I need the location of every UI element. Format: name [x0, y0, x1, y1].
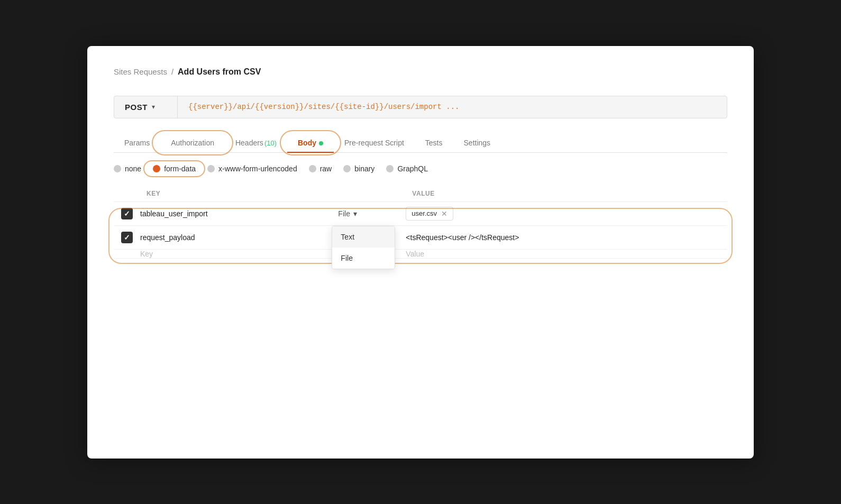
col-value-header: VALUE: [406, 186, 727, 202]
method-label: POST: [125, 103, 148, 112]
body-type-none[interactable]: none: [114, 164, 141, 173]
form-table-wrapper: KEY VALUE ✓ tableau_user_import: [114, 186, 727, 259]
breadcrumb: Sites Requests / Add Users from CSV: [114, 67, 727, 77]
body-status-dot: [319, 141, 323, 145]
col-key-header: KEY: [140, 186, 332, 202]
body-type-graphql[interactable]: GraphQL: [386, 164, 428, 173]
empty-checkbox-cell: [114, 249, 140, 258]
empty-key[interactable]: Key: [140, 249, 332, 258]
row1-key[interactable]: tableau_user_import: [140, 201, 332, 225]
breadcrumb-current: Add Users from CSV: [178, 67, 261, 77]
method-selector[interactable]: POST ▾: [114, 96, 178, 118]
tab-body[interactable]: Body: [287, 133, 334, 152]
checkmark-icon: ✓: [124, 233, 130, 242]
tab-settings[interactable]: Settings: [453, 133, 501, 152]
body-type-raw[interactable]: raw: [309, 164, 332, 173]
tabs-bar: Params Authorization Headers(10) Body Pr…: [114, 133, 727, 153]
body-type-urlencoded[interactable]: x-www-form-urlencoded: [207, 164, 297, 173]
chevron-down-icon: ▾: [152, 103, 155, 111]
breadcrumb-parent[interactable]: Sites Requests: [114, 67, 167, 76]
type-dropdown-menu: Text File: [332, 226, 395, 269]
body-type-form-data[interactable]: form-data: [153, 164, 196, 173]
tab-authorization[interactable]: Authorization: [160, 133, 225, 152]
radio-graphql-icon: [386, 165, 394, 172]
row2-value[interactable]: <tsRequest><user /></tsRequest>: [406, 225, 727, 249]
empty-value[interactable]: Value: [406, 249, 727, 258]
radio-urlencoded-icon: [207, 165, 215, 172]
body-type-selector: none form-data x-www-form-urlencoded raw…: [114, 164, 727, 173]
row1-type-cell: File ▾: [332, 201, 406, 225]
row1-type-dropdown[interactable]: File ▾: [332, 202, 406, 225]
dropdown-option-text[interactable]: Text: [332, 226, 395, 248]
breadcrumb-separator: /: [171, 67, 173, 76]
table-row: ✓ tableau_user_import File ▾: [114, 201, 727, 225]
url-input[interactable]: {{server}}/api/{{version}}/sites/{{site-…: [178, 96, 470, 117]
form-table: KEY VALUE ✓ tableau_user_import: [114, 186, 727, 259]
dropdown-chevron-icon: ▾: [353, 209, 357, 218]
radio-raw-icon: [309, 165, 316, 172]
radio-formdata-icon: [153, 165, 160, 172]
table-row: ✓ request_payload Text ▾ Text: [114, 225, 727, 249]
checkmark-icon: ✓: [124, 209, 130, 218]
radio-binary-icon: [343, 165, 351, 172]
url-bar: POST ▾ {{server}}/api/{{version}}/sites/…: [114, 96, 727, 118]
row1-checkbox[interactable]: ✓: [121, 208, 133, 219]
radio-none-icon: [114, 165, 121, 172]
row1-value[interactable]: user.csv ✕: [406, 201, 727, 225]
row2-checkbox-cell: ✓: [114, 225, 140, 249]
tab-tests[interactable]: Tests: [415, 133, 453, 152]
file-chip: user.csv ✕: [406, 207, 453, 221]
headers-badge: (10): [264, 139, 277, 147]
row1-checkbox-cell: ✓: [114, 201, 140, 225]
row2-key[interactable]: request_payload: [140, 225, 332, 249]
body-type-binary[interactable]: binary: [343, 164, 374, 173]
tab-headers[interactable]: Headers(10): [225, 133, 287, 152]
col-type-header: [332, 186, 406, 202]
close-icon[interactable]: ✕: [441, 209, 447, 218]
row2-checkbox[interactable]: ✓: [121, 232, 133, 243]
dropdown-option-file[interactable]: File: [332, 248, 395, 269]
col-checkbox: [114, 186, 140, 202]
main-card: Sites Requests / Add Users from CSV POST…: [87, 46, 754, 459]
tab-pre-request[interactable]: Pre-request Script: [334, 133, 415, 152]
table-row-empty: Key Value: [114, 249, 727, 258]
tab-params[interactable]: Params: [114, 133, 160, 152]
row2-type-cell: Text ▾ Text File: [332, 225, 406, 249]
url-value: {{server}}/api/{{version}}/sites/{{site-…: [188, 103, 459, 111]
